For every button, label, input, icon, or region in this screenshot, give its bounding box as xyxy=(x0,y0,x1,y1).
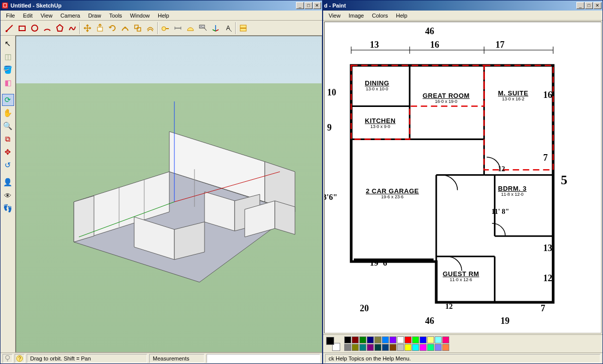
svg-point-7 xyxy=(124,27,126,29)
minimize-button[interactable]: _ xyxy=(296,2,304,9)
menu-window[interactable]: Window xyxy=(127,12,153,20)
palette-8000ff[interactable] xyxy=(389,336,396,343)
rotate-tool[interactable] xyxy=(107,22,119,34)
paint-menu-image[interactable]: Image xyxy=(345,12,368,20)
paint-maximize-button[interactable]: □ xyxy=(585,2,593,9)
line-tool[interactable] xyxy=(4,22,16,34)
annotation: 10 xyxy=(327,87,336,98)
text-tool[interactable]: A xyxy=(222,22,234,34)
close-button[interactable]: ✕ xyxy=(313,2,321,9)
paint-menu-help[interactable]: Help xyxy=(392,12,411,20)
position-camera-tool[interactable]: 👤 xyxy=(2,176,14,188)
palette-800000[interactable] xyxy=(352,336,359,343)
paint-canvas[interactable]: DINING13·0 x 10·0GREAT ROOM16·0 x 19·0M.… xyxy=(324,22,601,333)
palette-808000[interactable] xyxy=(352,344,359,351)
palette-8080ff[interactable] xyxy=(435,344,442,351)
palette-00ffff[interactable] xyxy=(412,344,419,351)
status-measurements-value[interactable] xyxy=(207,354,320,363)
dimension-tool[interactable] xyxy=(172,22,184,34)
svg-text:?: ? xyxy=(18,356,21,361)
palette-808040[interactable] xyxy=(374,336,381,343)
axes-tool[interactable] xyxy=(210,22,222,34)
palette-80ffff[interactable] xyxy=(435,336,442,343)
menu-view[interactable]: View xyxy=(37,12,56,20)
svg-rect-9 xyxy=(137,28,141,31)
palette-000080[interactable] xyxy=(367,336,374,343)
sketchup-titlebar[interactable]: Untitled - SketchUp _ □ ✕ xyxy=(1,1,322,11)
palette-ffffff[interactable] xyxy=(397,336,404,343)
palette-00ff00[interactable] xyxy=(412,336,419,343)
annotation: 9 xyxy=(327,123,332,133)
move-tool[interactable] xyxy=(81,22,93,34)
freehand-tool[interactable] xyxy=(66,22,78,34)
pushpull-tool[interactable] xyxy=(94,22,106,34)
palette-0000ff[interactable] xyxy=(420,336,427,343)
palette-008080[interactable] xyxy=(359,344,366,351)
menu-help[interactable]: Help xyxy=(154,12,173,20)
palette-ff00ff[interactable] xyxy=(420,344,427,351)
palette-ffff80[interactable] xyxy=(427,336,434,343)
label-tool[interactable]: A1 xyxy=(197,22,209,34)
previous-tool[interactable]: ↺ xyxy=(2,159,14,171)
eraser-tool[interactable]: ◧ xyxy=(2,77,14,89)
palette-004040[interactable] xyxy=(374,344,381,351)
palette-804000[interactable] xyxy=(389,344,396,351)
paint-menubar: ViewImageColorsHelp xyxy=(323,11,602,21)
menu-draw[interactable]: Draw xyxy=(84,12,105,20)
palette-808080[interactable] xyxy=(344,344,351,351)
section-tool[interactable] xyxy=(237,22,249,34)
follow-tool[interactable] xyxy=(119,22,131,34)
pan-hand-tool[interactable]: ✋ xyxy=(2,107,14,119)
palette-ff0080[interactable] xyxy=(442,336,449,343)
orbit-tool[interactable]: ⟳ xyxy=(2,94,14,106)
walk-tool[interactable]: 👣 xyxy=(2,202,14,214)
sketchup-3d-viewport[interactable] xyxy=(16,36,322,352)
palette-004080[interactable] xyxy=(382,344,389,351)
polygon-tool[interactable] xyxy=(54,22,66,34)
status-help-icon[interactable]: ? xyxy=(15,354,25,363)
select-tool[interactable]: ↖ xyxy=(2,38,14,50)
svg-rect-3 xyxy=(19,26,25,31)
paint-titlebar[interactable]: d - Paint _ □ ✕ xyxy=(323,1,602,11)
palette-c0c0c0[interactable] xyxy=(397,344,404,351)
paint-close-button[interactable]: ✕ xyxy=(593,2,601,9)
scale-tool[interactable] xyxy=(132,22,144,34)
menu-edit[interactable]: Edit xyxy=(20,12,36,20)
status-geo-icon[interactable] xyxy=(3,354,13,363)
maximize-button[interactable]: □ xyxy=(305,2,313,9)
look-tool[interactable]: 👁 xyxy=(2,189,14,201)
room-guest-rm: GUEST RM11·0 x 12·6 xyxy=(443,271,479,283)
zoom-extents-tool[interactable]: ✥ xyxy=(2,146,14,158)
arc-tool[interactable] xyxy=(41,22,53,34)
palette-ffff00[interactable] xyxy=(405,344,412,351)
circle-tool[interactable] xyxy=(29,22,41,34)
svg-line-20 xyxy=(213,30,216,31)
menu-tools[interactable]: Tools xyxy=(106,12,126,20)
paint-tool[interactable]: 🪣 xyxy=(2,64,14,76)
offset-tool[interactable] xyxy=(144,22,156,34)
palette-0080ff[interactable] xyxy=(382,336,389,343)
palette-800080[interactable] xyxy=(367,344,374,351)
palette-ff0000[interactable] xyxy=(405,336,412,343)
annotation: 46 xyxy=(425,26,434,37)
menu-file[interactable]: File xyxy=(3,12,19,20)
palette-ff8040[interactable] xyxy=(442,344,449,351)
palette-000000[interactable] xyxy=(344,336,351,343)
current-colors[interactable] xyxy=(326,337,340,351)
annotation: 17 xyxy=(495,40,505,50)
tape-tool[interactable] xyxy=(159,22,171,34)
paint-menu-view[interactable]: View xyxy=(325,12,344,20)
menu-camera[interactable]: Camera xyxy=(57,12,83,20)
paint-minimize-button[interactable]: _ xyxy=(576,2,584,9)
palette-00ff80[interactable] xyxy=(427,344,434,351)
zoom-tool[interactable]: 🔍 xyxy=(2,120,14,132)
component-tool[interactable]: ◫ xyxy=(2,51,14,63)
paint-menu-colors[interactable]: Colors xyxy=(368,12,391,20)
palette-008000[interactable] xyxy=(359,336,366,343)
protractor-tool[interactable] xyxy=(184,22,196,34)
room-bdrm-3: BDRM. 311·8 x 12·0 xyxy=(498,185,527,197)
rectangle-tool[interactable] xyxy=(16,22,28,34)
zoom-window-tool[interactable]: ⧉ xyxy=(2,133,14,145)
annotation: 13 xyxy=(370,40,379,50)
annotation: 16 xyxy=(430,40,439,50)
